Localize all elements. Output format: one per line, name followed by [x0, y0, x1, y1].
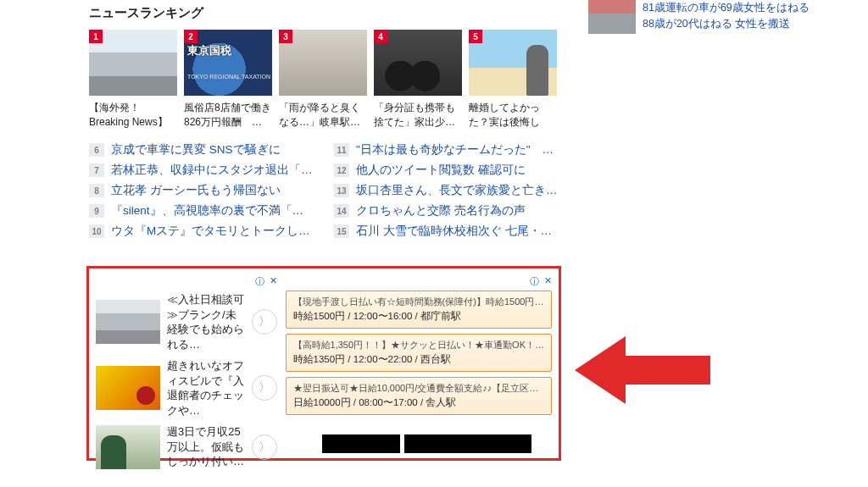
rank-num: 6: [89, 143, 104, 157]
ranking-caption: 【海外発！Breaking News】救急…: [89, 96, 177, 128]
ranking-link[interactable]: 9『silent』、高視聴率の裏で不満「面倒…: [89, 201, 314, 221]
sidebar-line: 88歳が20代はねる 女性を搬送: [643, 16, 810, 32]
chevron-right-icon[interactable]: 〉: [252, 309, 277, 335]
ad-item[interactable]: ≪入社日相談可≫ブランク/未経験でも始められる… 〉: [96, 289, 277, 355]
rank-text: 石川 大雪で臨時休校相次ぐ 七尾・中能…: [356, 224, 559, 239]
ad-block: ⓘ ✕ ≪入社日相談可≫ブランク/未経験でも始められる… 〉 超きれいなオフィス…: [86, 266, 561, 461]
job-ad-main: 時給1350円 / 12:00〜22:00 / 西台駅: [293, 351, 544, 366]
rank-text: 『silent』、高視聴率の裏で不満「面倒…: [111, 203, 314, 219]
rank-text: "日本は最も奇妙なチームだった" W杯…: [356, 142, 559, 158]
rank-text: 坂口杏里さん、長文で家族愛と亡き母の…: [356, 183, 559, 198]
rank-num: 12: [334, 163, 349, 177]
ranking-link[interactable]: 10ウタ『Mステ』でタモリとトークし話題 …: [89, 221, 314, 241]
ranking-thumb: 1: [89, 30, 177, 96]
ad-thumb: [96, 300, 160, 344]
rank-num: 8: [89, 184, 104, 197]
ranking-thumb: 5: [469, 30, 557, 96]
rank-num: 9: [89, 204, 104, 218]
ranking-card[interactable]: 2 東京国税 TOKYO REGIONAL TAXATION 風俗店8店舗で働き…: [184, 30, 272, 128]
ranking-list-columns: 6京成で車掌に異変 SNSで騒ぎに 7若林正恭、収録中にスタジオ退出「お疲… 8…: [89, 140, 559, 241]
sidebar-link-text: 81歳運転の車が69歳女性をはねる 88歳が20代はねる 女性を搬送: [643, 0, 810, 34]
rank-badge: 2: [184, 30, 198, 43]
ad-close-icon[interactable]: ✕: [270, 275, 277, 289]
thumb-overlay-text: 東京国税: [187, 45, 270, 57]
ranking-link[interactable]: 14クロちゃんと交際 売名行為の声: [334, 201, 559, 221]
ranking-list-left: 6京成で車掌に異変 SNSで騒ぎに 7若林正恭、収録中にスタジオ退出「お疲… 8…: [89, 140, 314, 241]
ad-item[interactable]: 超きれいなオフィスビルで『入退館者のチェックや… 〉: [96, 355, 277, 421]
ranking-card[interactable]: 3 「雨が降ると臭くなる…」岐阜駅…: [279, 30, 367, 128]
job-ad-card[interactable]: ★翌日振込可★日給10,000円/交通費全額支給♪♪【足立区… 日給10000円…: [286, 377, 552, 415]
ad-left-column: ⓘ ✕ ≪入社日相談可≫ブランク/未経験でも始められる… 〉 超きれいなオフィス…: [96, 275, 277, 451]
ranking-caption: 「身分証も携帯も捨てた」家出少…: [374, 96, 462, 128]
ad-indicator: ⓘ ✕: [96, 275, 277, 289]
job-ad-title: 【高時給1,350円！！】★サクッと日払い！★車通勤OK！…: [293, 339, 544, 351]
ranking-list-right: 11"日本は最も奇妙なチームだった" W杯… 12他人のツイート閲覧数 確認可に…: [334, 140, 559, 241]
ranking-thumb: 2 東京国税 TOKYO REGIONAL TAXATION: [184, 30, 272, 96]
ad-text: 超きれいなオフィスビルで『入退館者のチェックや…: [167, 358, 245, 418]
rank-num: 15: [334, 224, 349, 238]
ad-info-icon[interactable]: ⓘ: [530, 275, 539, 289]
rank-num: 14: [334, 204, 349, 218]
job-ad-main: 時給1500円 / 12:00〜16:00 / 都庁前駅: [293, 308, 544, 323]
rank-text: ウタ『Mステ』でタモリとトークし話題 …: [111, 224, 314, 239]
ranking-link[interactable]: 11"日本は最も奇妙なチームだった" W杯…: [334, 140, 559, 160]
thumb-overlay-sub: TOKYO REGIONAL TAXATION: [187, 74, 270, 80]
ad-indicator: ⓘ ✕: [286, 275, 552, 289]
ad-right-column: ⓘ ✕ 【現地手渡し日払い有☆短時間勤務(保障付)】時給1500円… 時給150…: [286, 275, 552, 451]
job-ad-card[interactable]: 【高時給1,350円！！】★サクッと日払い！★車通勤OK！… 時給1350円 /…: [286, 334, 552, 372]
ranking-card-row: 1 【海外発！Breaking News】救急… 2 東京国税 TOKYO RE…: [89, 30, 559, 128]
ranking-caption: 風俗店8店舗で働き826万円報酬 …: [184, 96, 272, 128]
ranking-thumb: 4: [374, 30, 462, 96]
ranking-link[interactable]: 13坂口杏里さん、長文で家族愛と亡き母の…: [334, 180, 559, 201]
svg-marker-0: [575, 336, 710, 404]
ad-info-icon[interactable]: ⓘ: [255, 275, 264, 289]
sidebar-line: 81歳運転の車が69歳女性をはねる: [643, 0, 810, 16]
rank-num: 10: [89, 224, 104, 238]
ranking-link[interactable]: 12他人のツイート閲覧数 確認可に: [334, 160, 559, 180]
ranking-card[interactable]: 4 「身分証も携帯も捨てた」家出少…: [374, 30, 462, 128]
sidebar-news-item[interactable]: 81歳運転の車が69歳女性をはねる 88歳が20代はねる 女性を搬送: [588, 0, 810, 34]
redacted-bar: [404, 434, 531, 453]
ranking-card[interactable]: 1 【海外発！Breaking News】救急…: [89, 30, 177, 128]
annotation-arrow-icon: [575, 332, 710, 408]
ad-text: ≪入社日相談可≫ブランク/未経験でも始められる…: [167, 292, 245, 351]
ranking-link[interactable]: 6京成で車掌に異変 SNSで騒ぎに: [89, 140, 314, 160]
job-ad-card[interactable]: 【現地手渡し日払い有☆短時間勤務(保障付)】時給1500円… 時給1500円 /…: [286, 291, 552, 329]
chevron-right-icon[interactable]: 〉: [252, 375, 277, 401]
rank-text: 他人のツイート閲覧数 確認可に: [356, 163, 526, 178]
job-ad-title: 【現地手渡し日払い有☆短時間勤務(保障付)】時給1500円…: [293, 296, 544, 308]
rank-text: 若林正恭、収録中にスタジオ退出「お疲…: [111, 163, 314, 178]
ad-item[interactable]: 週3日で月収25万以上。仮眠もしっかり付い… 〉: [96, 421, 277, 473]
rank-num: 7: [89, 163, 104, 177]
job-ad-main: 日給10000円 / 08:00〜17:00 / 舎人駅: [293, 395, 544, 409]
ranking-caption: 「雨が降ると臭くなる…」岐阜駅…: [279, 96, 367, 128]
ad-text: 週3日で月収25万以上。仮眠もしっかり付い…: [167, 424, 245, 469]
rank-badge: 1: [89, 30, 103, 43]
rank-num: 13: [334, 184, 349, 197]
ranking-card[interactable]: 5 離婚してよかった？実は後悔して…: [469, 30, 557, 128]
ad-close-icon[interactable]: ✕: [544, 275, 552, 289]
rank-text: 京成で車掌に異変 SNSで騒ぎに: [111, 142, 281, 158]
rank-badge: 4: [374, 30, 387, 43]
thumb-person-shape: [526, 45, 548, 96]
ranking-link[interactable]: 7若林正恭、収録中にスタジオ退出「お疲…: [89, 160, 314, 180]
rank-text: 立花孝 ガーシー氏もう帰国ない: [111, 183, 281, 198]
rank-num: 11: [334, 143, 349, 157]
ranking-thumb: 3: [279, 30, 367, 96]
ad-thumb: [96, 425, 160, 469]
ranking-caption: 離婚してよかった？実は後悔して…: [469, 96, 557, 128]
ranking-link[interactable]: 8立花孝 ガーシー氏もう帰国ない: [89, 180, 314, 201]
ad-thumb: [96, 366, 160, 410]
section-title: ニュースランキング: [89, 0, 559, 30]
job-ad-title: ★翌日振込可★日給10,000円/交通費全額支給♪♪【足立区…: [293, 382, 544, 395]
rank-badge: 5: [469, 30, 482, 43]
ranking-link[interactable]: 15石川 大雪で臨時休校相次ぐ 七尾・中能…: [334, 221, 559, 241]
rank-badge: 3: [279, 30, 292, 43]
rank-text: クロちゃんと交際 売名行為の声: [356, 203, 526, 219]
sidebar-thumb: [588, 0, 636, 34]
chevron-right-icon[interactable]: 〉: [252, 434, 277, 460]
